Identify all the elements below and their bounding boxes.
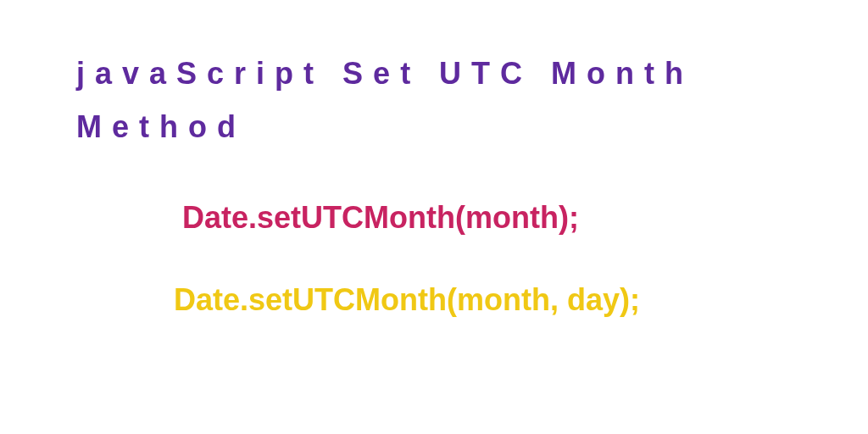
code-example-extended: Date.setUTCMonth(month, day); [174,282,792,318]
code-example-basic: Date.setUTCMonth(month); [182,200,792,236]
heading-title: javaScript Set UTC Month Method [76,47,792,153]
